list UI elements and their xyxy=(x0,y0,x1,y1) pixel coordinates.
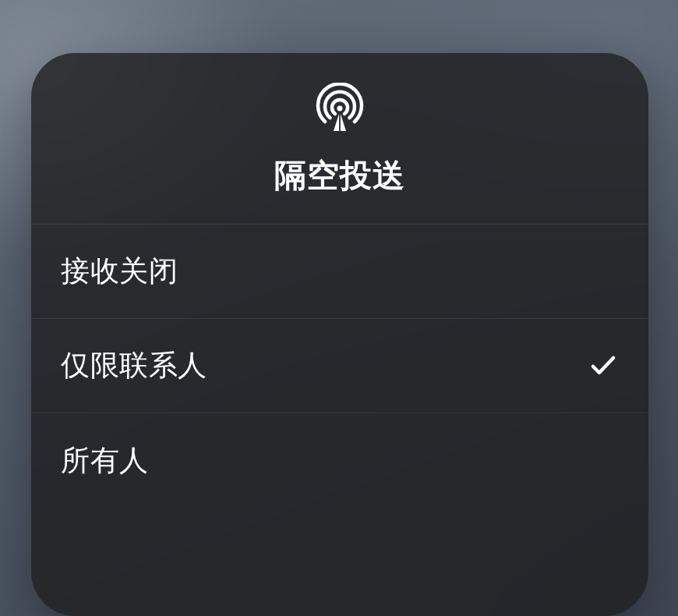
airdrop-settings-panel: 隔空投送 接收关闭 仅限联系人 所有人 xyxy=(31,53,648,616)
option-list: 接收关闭 仅限联系人 所有人 xyxy=(31,225,648,508)
option-label: 仅限联系人 xyxy=(61,346,207,385)
panel-header: 隔空投送 xyxy=(31,53,648,225)
option-label: 所有人 xyxy=(61,441,149,480)
svg-point-0 xyxy=(337,106,343,112)
option-label: 接收关闭 xyxy=(61,252,178,291)
option-contacts-only[interactable]: 仅限联系人 xyxy=(31,319,648,413)
panel-title: 隔空投送 xyxy=(274,154,405,197)
option-everyone[interactable]: 所有人 xyxy=(31,413,648,508)
check-icon xyxy=(588,350,619,381)
option-receiving-off[interactable]: 接收关闭 xyxy=(31,225,648,319)
airdrop-icon xyxy=(313,81,367,136)
